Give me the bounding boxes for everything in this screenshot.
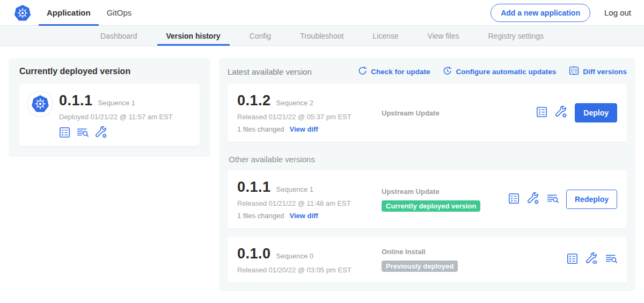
subnav-license[interactable]: License	[358, 26, 413, 46]
edit-config-icon[interactable]	[555, 106, 567, 120]
subnav-registry-settings[interactable]: Registry settings	[474, 26, 558, 46]
released-timestamp: Released 01/21/22 @ 11:48 am EST	[237, 199, 374, 207]
release-notes-icon[interactable]	[567, 253, 578, 266]
diff-versions-link[interactable]: Diff versions	[569, 66, 627, 77]
tab-gitops-label: GitOps	[107, 8, 132, 17]
currently-deployed-title: Currently deployed version	[19, 67, 200, 76]
version-number: 0.1.2	[237, 92, 271, 109]
deploy-button[interactable]: Deploy	[575, 103, 617, 122]
sequence-label: Sequence 0	[276, 252, 313, 260]
currently-deployed-panel: Currently deployed version 0.1.1 Sequenc…	[9, 58, 210, 157]
subnav-config[interactable]: Config	[235, 26, 286, 46]
configure-automatic-updates-link[interactable]: Configure automatic updates	[443, 66, 556, 77]
version-card-0-1-0: 0.1.0 Sequence 0 Released 01/20/22 @ 03:…	[228, 237, 627, 283]
logout-link[interactable]: Log out	[604, 8, 631, 17]
view-diff-link[interactable]: View diff	[289, 212, 318, 220]
version-card-0-1-2: 0.1.2 Sequence 2 Released 01/21/22 @ 05:…	[228, 84, 627, 142]
subnav-dashboard[interactable]: Dashboard	[86, 26, 152, 46]
sequence-label: Sequence 2	[276, 99, 313, 107]
diff-versions-label: Diff versions	[583, 68, 627, 76]
version-card-0-1-1: 0.1.1 Sequence 1 Released 01/21/22 @ 11:…	[228, 170, 627, 228]
app-kubernetes-icon	[28, 91, 53, 116]
available-versions-panel: Latest available version Check for updat…	[219, 58, 635, 291]
release-notes-icon[interactable]	[508, 193, 519, 206]
logs-icon[interactable]	[77, 127, 89, 138]
deployed-sequence-label: Sequence 1	[98, 99, 135, 107]
files-changed-label: 1 files changed	[237, 212, 284, 220]
other-available-title: Other available versions	[229, 155, 627, 164]
version-source-label: Upstream Update	[382, 109, 529, 117]
version-source-label: Online Install	[382, 248, 559, 256]
release-notes-icon[interactable]	[536, 106, 547, 120]
check-for-update-link[interactable]: Check for update	[358, 66, 430, 77]
tab-gitops[interactable]: GitOps	[99, 0, 140, 25]
kubernetes-logo-icon	[13, 0, 32, 25]
redeploy-button[interactable]: Redeploy	[566, 190, 617, 209]
refresh-icon	[358, 66, 367, 77]
sequence-label: Sequence 1	[276, 185, 313, 193]
deployed-timestamp: Deployed 01/21/22 @ 11:57 am EST	[59, 113, 173, 121]
configure-automatic-updates-label: Configure automatic updates	[456, 68, 556, 76]
diff-icon	[569, 66, 579, 77]
subnav-view-files[interactable]: View files	[413, 26, 474, 46]
app-subnav: Dashboard Version history Config Trouble…	[0, 26, 644, 46]
latest-available-title: Latest available version	[228, 67, 312, 76]
check-for-update-label: Check for update	[371, 68, 430, 76]
currently-deployed-badge: Currently deployed version	[382, 200, 480, 212]
version-source-label: Upstream Update	[382, 187, 501, 196]
version-number: 0.1.1	[237, 179, 271, 196]
release-notes-icon[interactable]	[59, 127, 70, 138]
files-changed-label: 1 files changed	[237, 125, 284, 133]
edit-config-icon[interactable]	[95, 126, 107, 139]
deployed-version-number: 0.1.1	[59, 92, 93, 109]
add-application-button[interactable]: Add a new application	[491, 4, 590, 22]
view-config-icon[interactable]	[586, 252, 598, 267]
schedule-icon	[443, 66, 452, 77]
subnav-troubleshoot[interactable]: Troubleshoot	[286, 26, 358, 46]
top-header: Application GitOps Add a new application…	[0, 0, 644, 26]
tab-application[interactable]: Application	[39, 0, 99, 25]
top-nav: Application GitOps	[39, 0, 140, 25]
version-number: 0.1.0	[237, 246, 271, 262]
currently-deployed-card: 0.1.1 Sequence 1 Deployed 01/21/22 @ 11:…	[19, 84, 200, 146]
tab-application-label: Application	[47, 8, 91, 17]
released-timestamp: Released 01/21/22 @ 05:37 pm EST	[237, 113, 374, 121]
released-timestamp: Released 01/20/22 @ 03:05 pm EST	[237, 266, 374, 274]
logs-icon[interactable]	[605, 253, 617, 266]
logs-icon[interactable]	[547, 193, 559, 206]
previously-deployed-badge: Previously deployed	[382, 261, 458, 272]
edit-config-icon[interactable]	[527, 192, 539, 207]
subnav-version-history[interactable]: Version history	[152, 26, 235, 46]
view-diff-link[interactable]: View diff	[289, 125, 318, 133]
